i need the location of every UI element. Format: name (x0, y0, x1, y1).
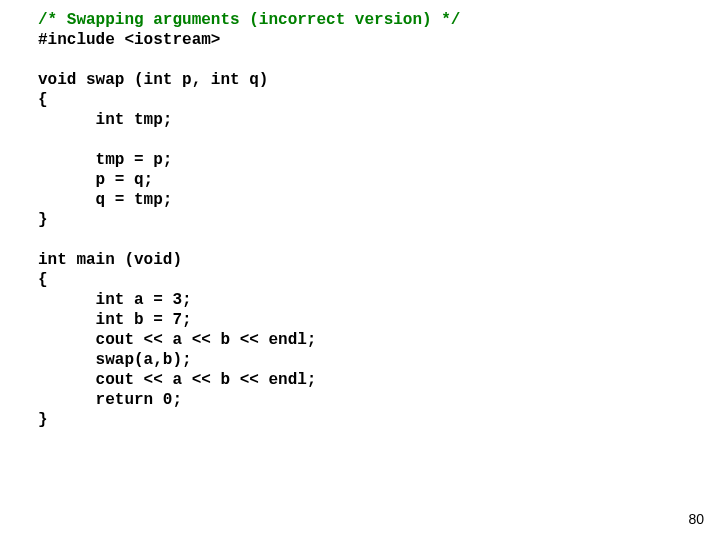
code-line: q = tmp; (38, 191, 172, 209)
code-line: { (38, 91, 48, 109)
code-line: return 0; (38, 391, 182, 409)
code-line: swap(a,b); (38, 351, 192, 369)
code-line: } (38, 411, 48, 429)
slide: /* Swapping arguments (incorrect version… (0, 0, 720, 540)
code-line: } (38, 211, 48, 229)
code-line: { (38, 271, 48, 289)
code-line: cout << a << b << endl; (38, 331, 316, 349)
page-number: 80 (688, 511, 704, 529)
code-line: tmp = p; (38, 151, 172, 169)
code-line: p = q; (38, 171, 153, 189)
code-line: int main (void) (38, 251, 182, 269)
code-line: void swap (int p, int q) (38, 71, 268, 89)
code-line: cout << a << b << endl; (38, 371, 316, 389)
code-comment: /* Swapping arguments (incorrect version… (38, 11, 460, 29)
code-line: int tmp; (38, 111, 172, 129)
code-line: int a = 3; (38, 291, 192, 309)
code-line: int b = 7; (38, 311, 192, 329)
code-line: #include <iostream> (38, 31, 220, 49)
code-block: /* Swapping arguments (incorrect version… (38, 10, 720, 430)
